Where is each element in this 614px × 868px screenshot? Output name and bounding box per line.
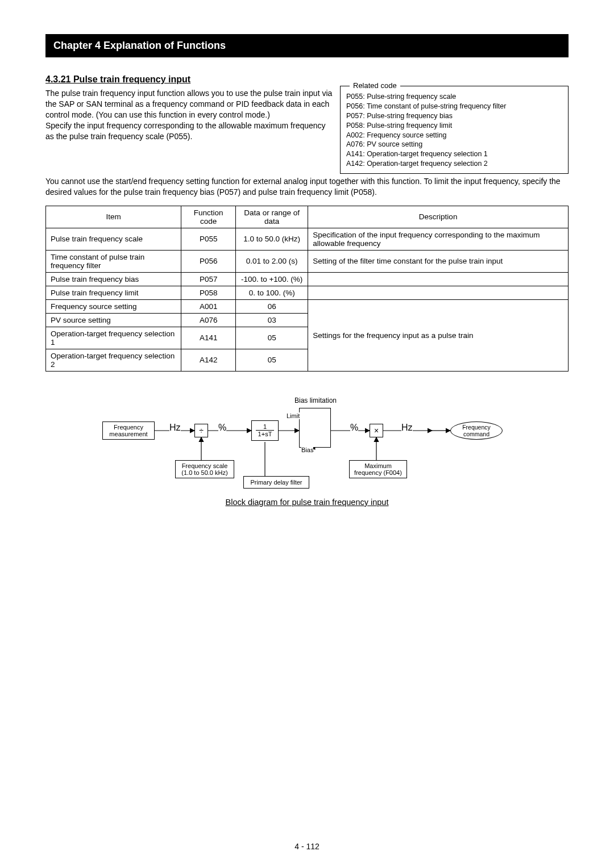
spec-table: Item Function code Data or range of data… xyxy=(45,206,569,372)
cell-code: P056 xyxy=(181,250,236,272)
related-code-legend: Related code xyxy=(350,81,400,91)
intro-row: The pulse train frequency input function… xyxy=(45,88,569,174)
th-desc: Description xyxy=(308,206,569,228)
percent-label-2: % xyxy=(350,423,358,433)
hz-label-1: Hz xyxy=(169,423,181,433)
cell-range: 06 xyxy=(236,299,308,313)
cell-item: Pulse train frequency limit xyxy=(46,286,181,299)
limit-label: Limit xyxy=(287,412,300,419)
maximum-frequency-box: Maximum frequency (F004) xyxy=(349,460,407,478)
th-code: Function code xyxy=(181,206,236,228)
cell-code: P058 xyxy=(181,286,236,299)
hz-label-2: Hz xyxy=(401,423,413,433)
chapter-bar: Chapter 4 Explanation of Functions xyxy=(45,34,569,57)
related-item: A142: Operation-target frequency selecti… xyxy=(346,159,562,169)
cell-code: P057 xyxy=(181,272,236,286)
table-row: Frequency source setting A001 06 Setting… xyxy=(46,299,569,313)
bias-label: Bias xyxy=(301,446,313,453)
related-item: A141: Operation-target frequency selecti… xyxy=(346,149,562,159)
cell-item: PV source setting xyxy=(46,313,181,327)
cell-code: A076 xyxy=(181,313,236,327)
related-code-box: Related code P055: Pulse-string frequenc… xyxy=(340,86,569,174)
table-row: Time constant of pulse train frequency f… xyxy=(46,250,569,272)
diagram-caption: Block diagram for pulse train frequency … xyxy=(45,498,569,507)
related-item: P058: Pulse-string frequency limit xyxy=(346,121,562,131)
cell-item: Operation-target frequency selection 1 xyxy=(46,327,181,349)
page-number: 4 - 112 xyxy=(0,842,614,851)
th-item: Item xyxy=(46,206,181,228)
divide-box: ÷ xyxy=(194,424,208,437)
page: Chapter 4 Explanation of Functions 4.3.2… xyxy=(0,0,614,868)
section-title: 4.3.21 Pulse train frequency input xyxy=(45,74,569,85)
cell-desc xyxy=(308,272,569,286)
cell-item: Time constant of pulse train frequency f… xyxy=(46,250,181,272)
cell-desc-merged: Settings for the frequency input as a pu… xyxy=(308,299,569,371)
cell-range: 1.0 to 50.0 (kHz) xyxy=(236,228,308,250)
frequency-command-ellipse: Frequency command xyxy=(450,422,503,440)
related-item: A076: PV source setting xyxy=(346,140,562,149)
cell-range: 03 xyxy=(236,313,308,327)
block-diagram-wrap: Bias limitation Limit Bias Frequency mea… xyxy=(45,391,569,507)
intro-para-1: The pulse train frequency input function… xyxy=(45,88,335,120)
filter-numerator: 1 xyxy=(256,423,274,431)
frequency-scale-box: Frequency scale (1.0 to 50.0 kHz) xyxy=(175,460,234,478)
th-range: Data or range of data xyxy=(236,206,308,228)
frequency-measurement-box: Frequency measurement xyxy=(102,422,155,440)
primary-delay-filter-box: Primary delay filter xyxy=(243,476,309,489)
bias-limitation-label: Bias limitation xyxy=(294,397,337,404)
cell-desc: Specification of the input frequency cor… xyxy=(308,228,569,250)
cell-desc: Setting of the filter time constant for … xyxy=(308,250,569,272)
multiply-box: × xyxy=(370,424,383,437)
cell-code: P055 xyxy=(181,228,236,250)
intro-text: The pulse train frequency input function… xyxy=(45,88,335,141)
after-paragraph: You cannot use the start/end frequency s… xyxy=(45,176,569,198)
table-row: Pulse train frequency bias P057 -100. to… xyxy=(46,272,569,286)
related-item: P056: Time constant of pulse-string freq… xyxy=(346,102,562,111)
filter-box: 1 1+sT xyxy=(251,420,279,441)
cell-code: A141 xyxy=(181,327,236,349)
cell-code: A001 xyxy=(181,299,236,313)
cell-range: 05 xyxy=(236,327,308,349)
cell-range: -100. to +100. (%) xyxy=(236,272,308,286)
cell-desc xyxy=(308,286,569,299)
cell-item: Frequency source setting xyxy=(46,299,181,313)
cell-range: 0. to 100. (%) xyxy=(236,286,308,299)
percent-label-1: % xyxy=(218,423,226,433)
table-row: Pulse train frequency scale P055 1.0 to … xyxy=(46,228,569,250)
filter-denominator: 1+sT xyxy=(258,431,272,437)
cell-item: Pulse train frequency scale xyxy=(46,228,181,250)
block-diagram: Bias limitation Limit Bias Frequency mea… xyxy=(91,391,523,493)
cell-range: 0.01 to 2.00 (s) xyxy=(236,250,308,272)
related-item: P057: Pulse-string frequency bias xyxy=(346,111,562,121)
bias-limitation-box xyxy=(299,408,331,448)
cell-range: 05 xyxy=(236,349,308,371)
intro-para-2: Specify the input frequency correspondin… xyxy=(45,120,335,142)
table-row: Pulse train frequency limit P058 0. to 1… xyxy=(46,286,569,299)
related-item: P055: Pulse-string frequency scale xyxy=(346,92,562,102)
related-item: A002: Frequency source setting xyxy=(346,131,562,140)
cell-code: A142 xyxy=(181,349,236,371)
cell-item: Operation-target frequency selection 2 xyxy=(46,349,181,371)
cell-item: Pulse train frequency bias xyxy=(46,272,181,286)
